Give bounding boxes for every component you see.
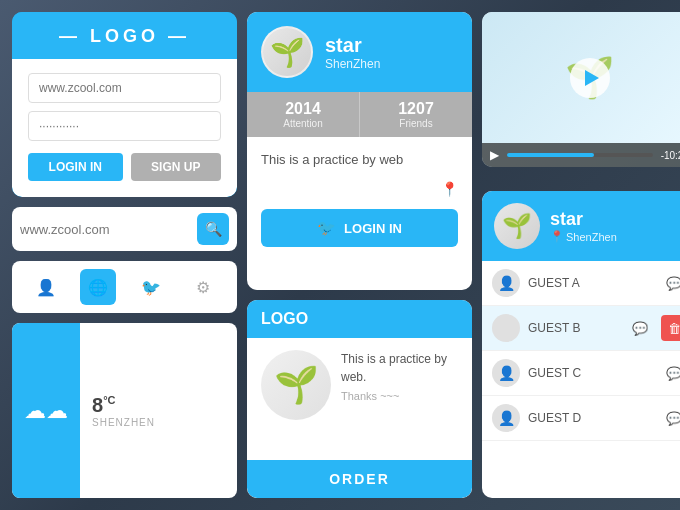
user-name: GUEST B [528,321,619,335]
profile-name-area: star ShenZhen [325,34,380,71]
twitter-icon: 🐦 [141,278,161,297]
attention-count: 2014 [251,100,355,118]
search-input[interactable] [20,222,197,237]
icon-bar-card: 👤 🌐 🐦 ⚙ [12,261,237,313]
user-name: GUEST A [528,276,653,290]
userlist-avatar: 🌱 [494,203,540,249]
userlist-location: 📍 ShenZhen [550,230,617,243]
twitter-login-label: LOGIN IN [344,221,402,236]
login-card: — LOGO — LOGIN IN SIGN UP [12,12,237,197]
order-card-body: 🌱 This is a practice by web. Thanks ~~~ [247,338,472,460]
friends-stat: 1207 Friends [359,92,472,137]
message-icon-button[interactable]: 💬 [661,405,680,431]
weather-city: SHENZHEN [92,417,155,428]
location-pin-icon: 📍 [550,230,564,243]
play-button[interactable] [570,58,610,98]
cloud-icon: ☁☁ [24,398,68,424]
weather-icon-box: ☁☁ [12,323,80,498]
order-text-area: This is a practice by web. Thanks ~~~ [341,350,458,402]
message-icon-button[interactable]: 💬 [661,270,680,296]
userlist-header: 🌱 star 📍 ShenZhen [482,191,680,261]
video-main: 🌱 [482,12,680,143]
plant-icon: 🌱 [274,364,319,406]
gear-icon: ⚙ [196,278,210,297]
userlist-body: 👤 GUEST A 💬 GUEST B 💬 🗑 👤 GUEST C 💬 👤 GU… [482,261,680,498]
userlist-card: 🌱 star 📍 ShenZhen 👤 GUEST A 💬 GUEST B 💬 [482,191,680,498]
login-button[interactable]: LOGIN IN [28,153,123,181]
order-thanks: Thanks ~~~ [341,390,458,402]
location-icon: 📍 [261,181,458,197]
userlist-username: star [550,209,617,230]
userlist-name-area: star 📍 ShenZhen [550,209,617,243]
user-avatar [492,314,520,342]
avatar: 🌱 [261,26,313,78]
friends-label: Friends [364,118,468,129]
plant-icon: 🌱 [270,36,305,69]
profile-header: 🌱 star ShenZhen [247,12,472,92]
video-progress-fill [507,153,594,157]
user-name: GUEST D [528,411,653,425]
signup-button[interactable]: SIGN UP [131,153,222,181]
profile-body: This is a practice by web 📍 🐦 LOGIN IN [247,137,472,290]
user-row: 👤 GUEST A 💬 [482,261,680,306]
logo-header: — LOGO — [12,12,237,59]
message-icon-button[interactable]: 💬 [661,360,680,386]
password-input[interactable] [28,111,221,141]
user-row: GUEST B 💬 🗑 [482,306,680,351]
video-controls: ▶ -10:23 [482,143,680,167]
globe-icon-button[interactable]: 🌐 [80,269,116,305]
friends-count: 1207 [364,100,468,118]
user-row: 👤 GUEST C 💬 [482,351,680,396]
video-play-small-icon[interactable]: ▶ [490,148,499,162]
twitter-login-button[interactable]: 🐦 LOGIN IN [261,209,458,247]
weather-card: ☁☁ 8°C SHENZHEN [12,323,237,498]
order-description: This is a practice by web. [341,350,458,386]
user-icon: 👤 [36,278,56,297]
attention-label: Attention [251,118,355,129]
order-plant-image: 🌱 [261,350,331,420]
profile-stats: 2014 Attention 1207 Friends [247,92,472,137]
url-input[interactable] [28,73,221,103]
video-time: -10:23 [661,150,680,161]
profile-card: 🌱 star ShenZhen 2014 Attention 1207 Frie… [247,12,472,290]
attention-stat: 2014 Attention [247,92,359,137]
profile-city: ShenZhen [325,57,380,71]
weather-temperature: 8°C [92,394,115,417]
profile-bio: This is a practice by web [261,151,458,169]
message-icon-button[interactable]: 💬 [627,315,653,341]
video-progress-bar[interactable] [507,153,653,157]
search-icon: 🔍 [205,221,222,237]
user-icon-button[interactable]: 👤 [28,269,64,305]
logo-title: — LOGO — [59,26,190,46]
login-buttons: LOGIN IN SIGN UP [28,153,221,181]
twitter-btn-icon: 🐦 [317,219,336,237]
order-button[interactable]: ORDER [247,460,472,498]
user-avatar: 👤 [492,404,520,432]
profile-username: star [325,34,380,57]
user-row: 👤 GUEST D 💬 [482,396,680,441]
twitter-icon-button[interactable]: 🐦 [133,269,169,305]
globe-icon: 🌐 [88,278,108,297]
play-icon [585,70,599,86]
userlist-plant-icon: 🌱 [502,212,532,240]
search-button[interactable]: 🔍 [197,213,229,245]
user-avatar: 👤 [492,359,520,387]
settings-icon-button[interactable]: ⚙ [185,269,221,305]
order-card-header: LOGO [247,300,472,338]
login-card-body: LOGIN IN SIGN UP [12,59,237,197]
user-name: GUEST C [528,366,653,380]
search-card: 🔍 [12,207,237,251]
weather-info: 8°C SHENZHEN [80,388,237,434]
video-card: 🌱 ▶ -10:23 [482,12,680,167]
delete-icon-button[interactable]: 🗑 [661,315,680,341]
order-card: LOGO 🌱 This is a practice by web. Thanks… [247,300,472,498]
user-avatar: 👤 [492,269,520,297]
